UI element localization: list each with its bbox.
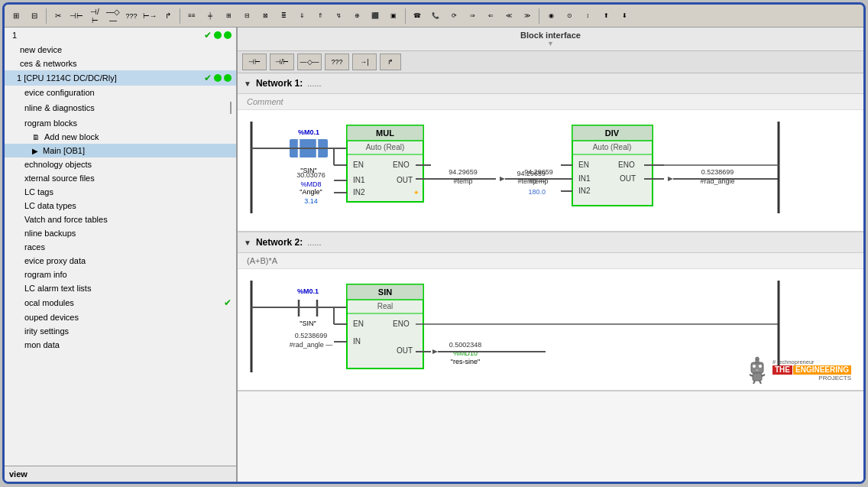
ladder-btn-branch[interactable]: ↱ [380,54,401,70]
tb-btn4[interactable]: —◇— [105,8,121,24]
toolbar-sep-3 [405,8,406,24]
sidebar-item-security[interactable]: irity settings [5,324,236,338]
svg-text:ENO: ENO [618,161,635,169]
sidebar-item-common[interactable]: mon data [5,338,236,352]
tb-grid2-btn[interactable]: ⊟ [26,8,43,24]
ladder-btn-fb[interactable]: ??? [325,54,349,70]
ladder-btn-no-contact[interactable]: ⊣⊢ [242,54,267,70]
svg-text:EN: EN [353,320,364,328]
sidebar-item-grouped[interactable]: ouped devices [5,310,236,324]
tb-btn7[interactable]: ↱ [160,8,177,24]
sidebar-item-1[interactable]: 1 ✔ [5,28,236,43]
tb-btn12[interactable]: ⊠ [257,8,274,24]
tb-btn17[interactable]: ⊕ [348,8,365,24]
network-canvas[interactable]: ▼ Network 1: ...... Comment [238,73,863,482]
network-1-collapse[interactable]: ▼ [244,80,251,88]
ladder-btn-nc-contact[interactable]: ⊣/⊢ [270,54,294,70]
ladder-btn-coil[interactable]: —◇— [297,54,322,70]
sidebar-item-plc-tags[interactable]: LC tags [5,185,236,199]
network-1-header: ▼ Network 1: ...... [238,73,863,94]
tb-btn18[interactable]: ⬛ [367,8,384,24]
svg-text:IN1: IN1 [353,176,365,184]
sidebar-item-ces[interactable]: ces & networks [5,57,236,70]
sidebar-item-main-ob1[interactable]: ▶ Main [OB1] [5,144,236,157]
tb-btn2[interactable]: ⊣⊢ [68,8,85,24]
svg-text:EN: EN [353,161,364,169]
network-1-dots: ...... [307,79,321,88]
sidebar-item-alarms[interactable]: LC alarm text lists [5,281,236,295]
svg-marker-91 [432,349,438,354]
sidebar-item-proxy[interactable]: evice proxy data [5,254,236,268]
tb-grid-btn[interactable]: ⊞ [8,8,24,24]
svg-text:#temp —: #temp — [517,177,546,185]
tb-btn28[interactable]: ⊙ [561,8,578,24]
tb-btn25[interactable]: ≪ [500,8,517,24]
tb-btn24[interactable]: ⇐ [482,8,499,24]
watermark-the: THE [772,365,792,375]
sidebar-item-inline-diag[interactable]: nline & diagnostics [5,99,236,116]
svg-text:"Angle": "Angle" [300,188,322,196]
network-2-section: ▼ Network 2: ...... (A+B)*A [238,232,863,391]
sidebar-item-local-mod[interactable]: ocal modules ✔ [5,295,236,310]
tb-btn11[interactable]: ⊟ [238,8,255,24]
network-2-formula: (A+B)*A [238,253,863,269]
tb-btn22[interactable]: ⟳ [445,8,462,24]
svg-text:94.29659: 94.29659 [449,168,478,176]
sidebar-item-prog-blocks[interactable]: rogram blocks [5,116,236,130]
sidebar-label-local-mod: ocal modules [24,298,74,307]
network-1-title: Network 1: [256,78,303,89]
svg-text:0.5238699: 0.5238699 [295,332,328,339]
tb-btn8[interactable]: ≡≡ [183,8,200,24]
tb-btn9[interactable]: ╪ [202,8,219,24]
network-2-dots: ...... [307,238,321,247]
tb-btn10[interactable]: ⊞ [220,8,237,24]
sidebar-label-dev-config: evice configuration [24,88,95,97]
tb-btn29[interactable]: ↕ [579,8,596,24]
svg-text:%M0.1: %M0.1 [297,287,319,295]
sidebar-item-traces[interactable]: races [5,240,236,254]
sidebar-label-1: 1 [12,31,17,40]
sidebar-item-backups[interactable]: nline backups [5,226,236,240]
network-2-collapse[interactable]: ▼ [244,239,251,247]
tb-btn26[interactable]: ≫ [519,8,536,24]
sidebar-item-new-device[interactable]: new device [5,43,236,57]
tb-btn20[interactable]: ☎ [409,8,426,24]
tb-btn16[interactable]: ↯ [330,8,347,24]
svg-text:#temp: #temp [453,177,472,185]
sidebar-item-watch[interactable]: Vatch and force tables [5,213,236,226]
tb-btn6[interactable]: ⊢→ [141,8,158,24]
tb-btn3[interactable]: ⊣/⊢ [86,8,103,24]
sidebar-scroll[interactable]: 1 ✔ new device ces & networks 1 [CPU 121… [5,28,236,466]
tb-btn19[interactable]: ▣ [385,8,402,24]
tb-btn27[interactable]: ◉ [542,8,559,24]
tb-btn21[interactable]: 📞 [427,8,444,24]
sidebar-item-plc-data[interactable]: LC data types [5,199,236,213]
svg-line-101 [750,375,753,376]
sidebar-view-label[interactable]: view [5,466,236,482]
right-panel: Block interface ▼ ⊣⊢ ⊣/⊢ —◇— ??? →| ↱ ▼ [238,28,863,482]
sidebar-item-add-block[interactable]: 🗎 Add new block [5,130,236,144]
tb-btn15[interactable]: ⇑ [312,8,329,24]
sidebar-item-dev-config[interactable]: evice configuration [5,86,236,99]
tb-btn31[interactable]: ⬇ [616,8,633,24]
sidebar-item-tech-obj[interactable]: echnology objects [5,157,236,171]
svg-text:OUT: OUT [620,174,636,183]
tb-btn5[interactable]: ??? [123,8,140,24]
watermark-robot-icon [745,356,769,384]
svg-text:IN2: IN2 [578,187,591,195]
tb-btn1[interactable]: ✂ [50,8,66,24]
tb-btn13[interactable]: ≣ [275,8,292,24]
svg-text:OUT: OUT [397,176,413,184]
tb-btn23[interactable]: ⇒ [464,8,481,24]
sidebar-item-prog-info[interactable]: rogram info [5,268,236,281]
watermark-hashtag: # technopreneur [772,359,851,365]
tb-btn14[interactable]: ⇓ [293,8,310,24]
ladder-btn-output[interactable]: →| [352,54,377,70]
sidebar-item-cpu[interactable]: 1 [CPU 1214C DC/DC/Rly] ✔ [5,70,236,86]
tb-btn30[interactable]: ⬆ [598,8,614,24]
svg-text:EN: EN [578,161,589,169]
block-interface-header: Block interface ▼ [238,28,863,51]
watermark-projects: PROJECTS [772,375,851,382]
sidebar-item-ext-src[interactable]: xternal source files [5,171,236,185]
svg-text:#rad_angle —: #rad_angle — [290,341,333,349]
